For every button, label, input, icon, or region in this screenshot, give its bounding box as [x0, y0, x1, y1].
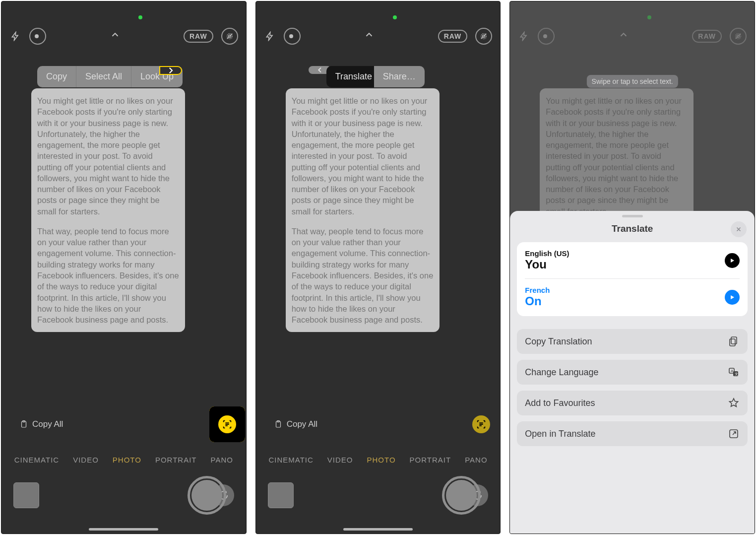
svg-point-0 [35, 34, 39, 38]
screenshot-2: RAW You might get little or no likes on … [255, 1, 501, 534]
chevron-right-icon [166, 66, 175, 75]
menu-share[interactable]: Share… [374, 66, 425, 87]
close-button[interactable] [731, 221, 747, 237]
last-photo-thumbnail[interactable] [13, 482, 39, 508]
camera-top-bar: RAW [1, 25, 246, 47]
clipboard-icon [274, 419, 283, 429]
detected-text-p2[interactable]: That way, people tend to focus more on y… [292, 226, 434, 325]
night-mode-icon[interactable] [29, 28, 46, 45]
language-icon: A文 [728, 366, 740, 378]
action-change-language[interactable]: Change Language A文 [517, 360, 748, 385]
mode-cinematic[interactable]: CINEMATIC [14, 456, 59, 464]
copy-icon [728, 335, 740, 347]
mode-photo[interactable]: PHOTO [367, 456, 396, 464]
home-indicator[interactable] [343, 528, 413, 531]
source-text: You [525, 258, 569, 271]
detected-text-p2[interactable]: That way, people tend to focus more on y… [37, 226, 179, 325]
detected-text-card: You might get little or no likes on your… [31, 88, 185, 332]
shutter-row [256, 468, 501, 523]
action-label: Copy Translation [525, 336, 592, 347]
live-text-icon [222, 419, 233, 430]
camera-modes[interactable]: CINEMATIC VIDEO PHOTO PORTRAIT PANO [256, 456, 501, 464]
open-external-icon [728, 428, 740, 440]
copy-all-label: Copy All [32, 419, 63, 429]
live-photo-icon[interactable] [475, 28, 492, 45]
shutter-button[interactable] [442, 476, 481, 515]
mode-pano[interactable]: PANO [465, 456, 487, 464]
translate-sheet: Translate English (US) You [510, 211, 755, 534]
detected-text-p1[interactable]: You might get little or no likes on your… [292, 95, 434, 217]
flash-icon[interactable] [9, 30, 21, 42]
clipboard-icon [19, 419, 28, 429]
detected-text-card: You might get little or no likes on your… [286, 88, 440, 332]
svg-point-9 [289, 34, 293, 38]
recording-indicator [393, 15, 397, 19]
translation-card: English (US) You French On [517, 242, 748, 316]
translate-actions: Copy Translation Change Language A文 Add … [517, 329, 748, 446]
live-text-button[interactable] [216, 413, 238, 435]
copy-all-button[interactable]: Copy All [274, 419, 317, 429]
svg-line-3 [227, 34, 232, 39]
raw-toggle[interactable]: RAW [438, 30, 468, 43]
select-text-hint: Swipe or tap to select text. [587, 75, 678, 88]
divider [525, 278, 740, 279]
copy-all-label: Copy All [287, 419, 317, 429]
play-source-button[interactable] [725, 253, 740, 268]
mode-portrait[interactable]: PORTRAIT [410, 456, 451, 464]
mode-cinematic[interactable]: CINEMATIC [268, 456, 313, 464]
live-text-button[interactable] [470, 413, 492, 435]
menu-copy[interactable]: Copy [37, 66, 76, 87]
raw-toggle[interactable]: RAW [184, 30, 213, 43]
flash-icon[interactable] [264, 30, 276, 42]
action-open-in-translate[interactable]: Open in Translate [517, 421, 748, 446]
source-language-label: English (US) [525, 249, 569, 258]
copy-all-button[interactable]: Copy All [19, 419, 63, 429]
svg-rect-22 [731, 337, 737, 344]
play-icon [729, 257, 736, 264]
svg-rect-23 [730, 339, 735, 346]
svg-line-12 [481, 34, 487, 39]
play-target-button[interactable] [725, 290, 740, 305]
shutter-row [1, 468, 246, 523]
menu-more-arrow[interactable] [159, 66, 182, 75]
action-label: Open in Translate [525, 429, 595, 439]
camera-modes[interactable]: CINEMATIC VIDEO PHOTO PORTRAIT PANO [1, 456, 246, 464]
mode-video[interactable]: VIDEO [73, 456, 99, 464]
star-icon [728, 397, 740, 409]
svg-text:文: 文 [735, 372, 738, 376]
sheet-title: Translate [612, 223, 653, 234]
target-text: On [525, 294, 550, 308]
menu-translate[interactable]: Translate [326, 66, 381, 87]
chevron-left-icon [316, 66, 324, 74]
screenshot-1: RAW You might get little or no likes on … [1, 1, 247, 534]
action-label: Add to Favourites [525, 398, 595, 408]
menu-select-all[interactable]: Select All [76, 66, 131, 87]
chevron-up-icon[interactable] [110, 29, 121, 43]
action-label: Change Language [525, 367, 598, 378]
live-photo-icon[interactable] [221, 28, 238, 45]
play-icon [729, 294, 736, 301]
last-photo-thumbnail[interactable] [268, 482, 294, 508]
night-mode-icon[interactable] [284, 28, 301, 45]
mode-pano[interactable]: PANO [211, 456, 233, 464]
home-indicator[interactable] [89, 528, 158, 531]
target-language-label: French [525, 286, 550, 294]
recording-indicator [138, 15, 142, 19]
screenshot-3: RAW Swipe or tap to select text. You mig… [509, 1, 755, 534]
text-context-menu-part3: Share… [374, 66, 425, 87]
chevron-up-icon[interactable] [364, 29, 375, 43]
mode-portrait[interactable]: PORTRAIT [155, 456, 197, 464]
mode-photo[interactable]: PHOTO [113, 456, 141, 464]
close-icon [735, 226, 742, 233]
shutter-button[interactable] [188, 476, 226, 515]
camera-top-bar: RAW [256, 25, 501, 47]
text-context-menu-part2: Translate [326, 66, 381, 87]
svg-text:A: A [731, 369, 734, 373]
action-copy-translation[interactable]: Copy Translation [517, 329, 748, 354]
detected-text-p1[interactable]: You might get little or no likes on your… [37, 95, 179, 217]
mode-video[interactable]: VIDEO [327, 456, 353, 464]
live-text-icon [476, 419, 487, 430]
action-add-favourites[interactable]: Add to Favourites [517, 391, 748, 415]
